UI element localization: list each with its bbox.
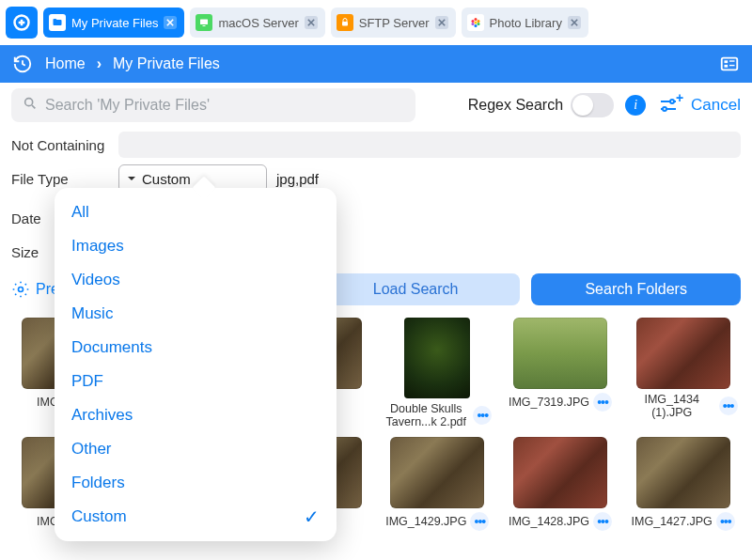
close-icon[interactable] — [568, 16, 581, 29]
folder-icon — [49, 14, 66, 31]
svg-point-16 — [25, 99, 33, 106]
search-input[interactable]: Search 'My Private Files' — [11, 88, 415, 122]
breadcrumb-current[interactable]: My Private Files — [113, 55, 220, 72]
file-name: Double Skulls Tavern...k 2.pdf — [383, 402, 469, 429]
chevron-right-icon: › — [97, 55, 102, 72]
svg-rect-11 — [722, 58, 738, 70]
menu-item-videos[interactable]: Videos — [55, 263, 337, 297]
lock-icon — [337, 14, 353, 31]
more-icon[interactable]: ••• — [593, 512, 612, 531]
svg-point-6 — [477, 20, 479, 23]
thumbnail — [636, 437, 730, 508]
filter-label: Not Containing — [11, 137, 118, 153]
regex-label: Regex Search — [468, 97, 563, 114]
menu-item-folders[interactable]: Folders — [55, 466, 337, 500]
svg-point-17 — [670, 100, 674, 103]
file-item[interactable]: IMG_1429.JPG••• — [380, 437, 495, 531]
not-containing-input[interactable] — [118, 132, 741, 158]
add-tab-button[interactable] — [6, 7, 38, 39]
more-icon[interactable]: ••• — [719, 397, 738, 415]
file-name: IMG_1427.JPG — [632, 515, 713, 528]
cancel-button[interactable]: Cancel — [691, 96, 741, 115]
svg-point-8 — [474, 24, 477, 27]
svg-rect-13 — [725, 65, 728, 68]
search-folders-button[interactable]: Search Folders — [531, 273, 741, 305]
tab-bar: My Private Files macOS Server SFTP Serve… — [0, 0, 752, 45]
menu-item-documents[interactable]: Documents — [55, 331, 337, 365]
svg-rect-14 — [729, 60, 735, 61]
svg-rect-3 — [342, 22, 348, 26]
filter-label: File Type — [11, 171, 118, 187]
svg-rect-15 — [729, 65, 735, 66]
svg-point-18 — [663, 107, 666, 111]
breadcrumb-bar: Home › My Private Files — [0, 45, 752, 83]
svg-rect-12 — [725, 60, 728, 63]
tab-label: Photo Library — [490, 16, 562, 30]
tab-sftp-server[interactable]: SFTP Server — [331, 8, 456, 38]
file-item[interactable]: IMG_1434 (1).JPG••• — [625, 318, 741, 429]
file-type-value: jpg,pdf — [276, 171, 319, 187]
monitor-icon — [196, 14, 212, 31]
more-icon[interactable]: ••• — [473, 406, 492, 425]
regex-toggle[interactable] — [571, 93, 614, 117]
svg-point-9 — [471, 23, 474, 25]
thumbnail — [636, 318, 730, 389]
thumbnail — [513, 318, 607, 389]
svg-point-5 — [474, 18, 477, 21]
thumbnail — [513, 437, 607, 508]
more-icon[interactable]: ••• — [716, 512, 735, 531]
file-name: IMG_1434 (1).JPG — [629, 393, 715, 420]
history-icon[interactable] — [11, 53, 34, 75]
file-name: IMG_7319.JPG — [509, 396, 589, 409]
menu-item-archives[interactable]: Archives — [55, 398, 337, 432]
menu-item-images[interactable]: Images — [55, 229, 337, 263]
svg-point-4 — [474, 22, 477, 24]
flower-icon — [467, 14, 484, 31]
menu-item-pdf[interactable]: PDF — [55, 365, 337, 398]
file-item[interactable]: IMG_1427.JPG••• — [625, 437, 741, 531]
checkmark-icon: ✓ — [304, 506, 320, 528]
tab-label: SFTP Server — [359, 16, 430, 30]
filter-not-containing: Not Containing — [0, 128, 752, 162]
file-item[interactable]: IMG_1428.JPG••• — [503, 437, 619, 531]
file-type-menu: All Images Videos Music Documents PDF Ar… — [55, 188, 337, 541]
close-icon[interactable] — [305, 16, 318, 29]
tab-my-private-files[interactable]: My Private Files — [43, 8, 184, 38]
tab-photo-library[interactable]: Photo Library — [462, 8, 588, 38]
menu-item-custom[interactable]: Custom✓ — [55, 500, 337, 534]
tab-macos-server[interactable]: macOS Server — [190, 8, 324, 38]
file-name: IMG_1428.JPG — [509, 515, 589, 528]
svg-rect-1 — [200, 20, 208, 25]
load-search-button[interactable]: Load Search — [311, 273, 521, 305]
breadcrumb-root[interactable]: Home — [45, 55, 86, 72]
more-icon[interactable]: ••• — [470, 512, 489, 531]
file-item[interactable]: Double Skulls Tavern...k 2.pdf••• — [380, 318, 495, 429]
file-name: IMG_1429.JPG — [385, 515, 466, 528]
more-icon[interactable]: ••• — [593, 393, 612, 412]
display-mode-icon[interactable] — [718, 53, 741, 75]
close-icon[interactable] — [164, 16, 177, 29]
search-icon — [23, 96, 38, 115]
svg-point-10 — [471, 20, 474, 23]
info-icon[interactable]: i — [625, 95, 646, 116]
tab-label: macOS Server — [218, 16, 298, 30]
close-icon[interactable] — [435, 16, 448, 29]
dropdown-selected: Custom — [142, 171, 191, 187]
tab-label: My Private Files — [71, 16, 158, 30]
thumbnail — [404, 318, 470, 398]
svg-point-19 — [19, 288, 24, 292]
thumbnail — [390, 437, 484, 508]
file-item[interactable]: IMG_7319.JPG••• — [503, 318, 619, 429]
menu-item-music[interactable]: Music — [55, 297, 337, 331]
svg-rect-2 — [203, 25, 206, 26]
search-placeholder: Search 'My Private Files' — [45, 97, 210, 114]
search-row: Search 'My Private Files' Regex Search i… — [0, 83, 752, 128]
menu-item-other[interactable]: Other — [55, 432, 337, 466]
filter-settings-icon[interactable]: + — [657, 94, 680, 117]
svg-point-7 — [477, 23, 479, 25]
menu-item-all[interactable]: All — [55, 195, 337, 229]
